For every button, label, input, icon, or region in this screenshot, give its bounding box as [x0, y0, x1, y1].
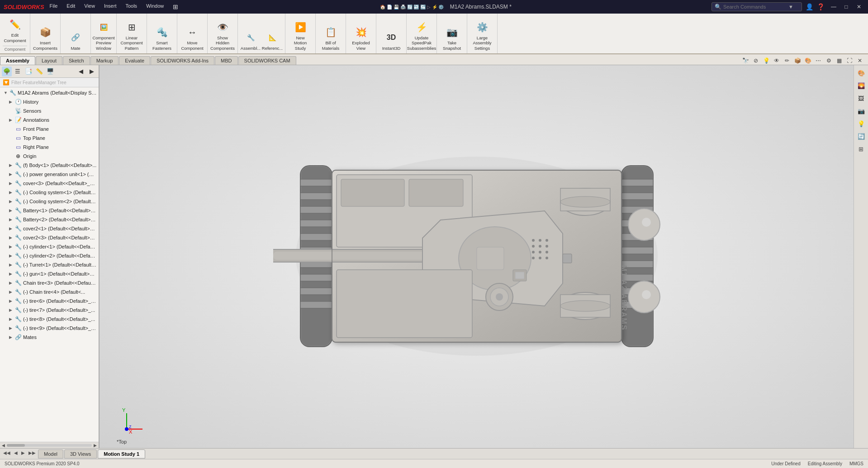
bottom-tab-arrow-first[interactable]: ◀◀ [2, 449, 12, 458]
view-section-icon[interactable]: ⊘ [751, 57, 760, 65]
tab-markup[interactable]: Markup [90, 56, 119, 65]
feature-tree[interactable]: ▼ 🔧 M1A2 Abrams (Default<Display Sta... … [0, 87, 99, 442]
expand-icon[interactable]: ▶ [9, 281, 14, 285]
tab-solidworks-addins[interactable]: SOLIDWORKS Add-Ins [151, 56, 214, 65]
menu-tools[interactable]: Tools [123, 2, 139, 11]
tree-item-cylinder1[interactable]: ▶ 🔧 (-) cylinder<1> (Default<<Defaul... [0, 242, 99, 251]
3d-views-tab[interactable]: 3D Views [64, 449, 97, 458]
expand-icon[interactable]: ▶ [9, 244, 14, 249]
minimize-button[interactable]: — [828, 3, 839, 11]
reference-button[interactable]: 📐 Referenc... [262, 23, 282, 52]
tree-item-chain-tire4[interactable]: ▶ 🔧 (-) Chain tire<4> (Default<... [0, 287, 99, 296]
tree-item-tire8[interactable]: ▶ 🔧 (-) tire<8> (Default<<Default>_... [0, 315, 99, 324]
bottom-tab-arrow-last[interactable]: ▶▶ [27, 449, 37, 458]
expand-icon[interactable]: ▶ [9, 172, 14, 177]
bottom-tab-arrow-next[interactable]: ▶ [20, 449, 26, 458]
view-component-icon[interactable]: 📦 [793, 57, 802, 65]
decal-btn[interactable]: 🖼 [855, 92, 867, 104]
expand-icon[interactable]: ▼ [4, 91, 9, 95]
assembly-button[interactable]: 🔧 Assembl... [241, 23, 261, 52]
expand-icon[interactable]: ▶ [9, 208, 14, 213]
maximize-button[interactable]: □ [841, 3, 852, 11]
expand-icon[interactable]: ▶ [9, 335, 14, 339]
tree-item-cooling2[interactable]: ▶ 🔧 (-) Cooling system<2> (Default<... [0, 197, 99, 206]
menu-view[interactable]: View [82, 2, 97, 11]
tree-item-chain-tire3[interactable]: ▶ 🔧 Chain tire<3> (Default<<Default... [0, 278, 99, 287]
360-btn[interactable]: 🔄 [855, 130, 867, 142]
tree-item-gun1[interactable]: ▶ 🔧 (-) gun<1> (Default<<Default>_D... [0, 269, 99, 278]
tree-item-cover2-1[interactable]: ▶ 🔧 cover2<1> (Default<<Default>_D... [0, 224, 99, 233]
view-fullscreen-icon[interactable]: ⛶ [845, 57, 854, 65]
expand-icon[interactable]: ▶ [9, 118, 14, 122]
tree-item-right-plane[interactable]: ▭ Right Plane [0, 143, 99, 152]
search-commands-input[interactable] [723, 4, 787, 10]
view-edit-icon[interactable]: ✏ [783, 57, 792, 65]
tab-sketch[interactable]: Sketch [63, 56, 90, 65]
view-more-icon[interactable]: ⋯ [814, 57, 823, 65]
sidebar-hscroll[interactable]: ◀ ▶ [0, 442, 99, 448]
tree-item-cylinder2[interactable]: ▶ 🔧 (-) cylinder<2> (Default<<Defaul... [0, 251, 99, 260]
expand-icon[interactable]: ▶ [9, 235, 14, 240]
search-commands-box[interactable]: 🔍 ▼ [711, 2, 802, 11]
tree-item-battery1[interactable]: ▶ 🔧 Battery<1> (Default<<Default>_... [0, 206, 99, 215]
view-settings-icon[interactable]: ⚙ [824, 57, 833, 65]
move-component-button[interactable]: ↔️ MoveComponent [180, 23, 204, 52]
tree-item-tire7[interactable]: ▶ 🔧 (-) tire<7> (Default<<Default>_... [0, 306, 99, 315]
scene-btn[interactable]: 🌄 [855, 80, 867, 91]
view-panels-icon[interactable]: ▦ [835, 57, 844, 65]
menu-edit[interactable]: Edit [65, 2, 77, 11]
tree-item-origin[interactable]: ⊕ Origin [0, 152, 99, 161]
view-display-icon[interactable]: 💡 [762, 57, 771, 65]
expand-icon[interactable]: ▶ [9, 181, 14, 186]
help-icon[interactable]: ❓ [817, 3, 825, 10]
exploded-view-button[interactable]: 💥 ExplodedView [349, 23, 373, 52]
expand-icon[interactable]: ▶ [9, 190, 14, 195]
tab-solidworks-cam[interactable]: SOLIDWORKS CAM [238, 56, 296, 65]
tab-layout[interactable]: Layout [36, 56, 62, 65]
dimxpert-manager-btn[interactable]: 📏 [34, 67, 44, 76]
menu-window[interactable]: Window [144, 2, 166, 11]
take-snapshot-button[interactable]: 📷 TakeSnapshot [440, 23, 464, 52]
tree-item-battery2[interactable]: ▶ 🔧 Battery<2> (Default<<Default>_... [0, 215, 99, 224]
hscroll-thumb[interactable] [7, 444, 25, 447]
menu-file[interactable]: File [48, 2, 60, 11]
smart-fasteners-button[interactable]: 🔩 SmartFasteners [150, 23, 174, 52]
search-dropdown-icon[interactable]: ▼ [788, 4, 793, 10]
expand-icon[interactable]: ▶ [9, 326, 14, 330]
tree-item-top-plane[interactable]: ▭ Top Plane [0, 134, 99, 143]
view-color-icon[interactable]: 🎨 [803, 57, 812, 65]
tree-item-m1a2[interactable]: ▼ 🔧 M1A2 Abrams (Default<Display Sta... [0, 88, 99, 97]
tree-item-cover2-3[interactable]: ▶ 🔧 cover2<3> (Default<<Default>_D... [0, 233, 99, 242]
menu-insert[interactable]: Insert [102, 2, 119, 11]
bottom-tab-arrow-prev[interactable]: ◀ [13, 449, 19, 458]
new-motion-study-button[interactable]: ▶️ New MotionStudy [288, 18, 313, 52]
tree-item-tire9[interactable]: ▶ 🔧 (-) tire<9> (Default<<Default>_D... [0, 324, 99, 333]
tree-item-cooling1[interactable]: ▶ 🔧 (-) Cooling system<1> (Default<... [0, 188, 99, 197]
expand-icon[interactable]: ▶ [9, 199, 14, 204]
tree-item-annotations[interactable]: ▶ 📝 Annotations [0, 115, 99, 124]
camera-btn[interactable]: 📷 [855, 105, 867, 117]
close-button[interactable]: ✕ [854, 3, 864, 11]
expand-icon[interactable]: ▶ [9, 290, 14, 294]
tree-item-turret1[interactable]: ▶ 🔧 (-) Turret<1> (Default<<Default>... [0, 260, 99, 269]
view-close-vp-icon[interactable]: ✕ [855, 57, 864, 65]
tree-item-powergen1[interactable]: ▶ 🔧 (-) power generation unit<1> (De... [0, 170, 99, 179]
hscroll-track[interactable] [7, 444, 92, 447]
component-preview-button[interactable]: 🖼️ ComponentPreview Window [94, 18, 114, 52]
tree-item-tire6[interactable]: ▶ 🔧 (-) tire<6> (Default<<Default>_D... [0, 296, 99, 306]
tree-item-front-plane[interactable]: ▭ Front Plane [0, 124, 99, 134]
expand-icon[interactable]: ▶ [9, 100, 14, 104]
motion-study-1-tab[interactable]: Motion Study 1 [98, 449, 145, 458]
tree-item-sensors[interactable]: 📡 Sensors [0, 106, 99, 115]
mate-button[interactable]: 🔗 Mate [63, 23, 88, 52]
tab-assembly[interactable]: Assembly [0, 56, 35, 65]
nav-left-btn[interactable]: ◀ [76, 67, 86, 76]
menu-expand[interactable]: ⊞ [171, 2, 180, 11]
hscroll-left-arrow[interactable]: ◀ [1, 443, 6, 448]
tree-item-body1[interactable]: ▶ 🔧 (f) Body<1> (Default<<Default>... [0, 161, 99, 170]
show-hidden-button[interactable]: 👁️ Show HiddenComponents [210, 18, 235, 52]
viewport[interactable]: M1 A2 ABRAMS X Y Z *Top [100, 65, 854, 448]
appearance-btn[interactable]: 🎨 [855, 67, 867, 79]
model-tab[interactable]: Model [38, 449, 63, 458]
bill-of-materials-button[interactable]: 📋 Bill ofMaterials [318, 23, 343, 52]
